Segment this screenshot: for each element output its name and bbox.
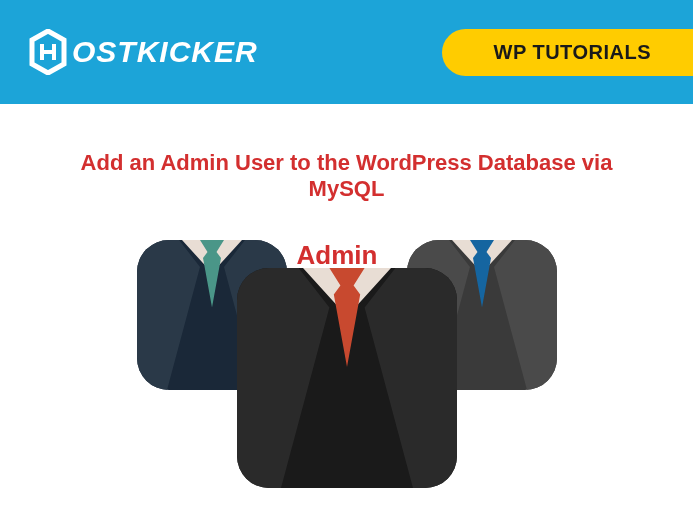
- person-center-icon: [237, 268, 457, 488]
- tutorials-badge: WP TUTORIALS: [442, 29, 693, 76]
- admin-label: Admin: [297, 240, 378, 271]
- logo-text: OSTKICKER: [72, 35, 258, 69]
- logo: OSTKICKER: [28, 29, 258, 75]
- content: Add an Admin User to the WordPress Datab…: [0, 104, 693, 510]
- header: OSTKICKER WP TUTORIALS: [0, 0, 693, 104]
- logo-hexagon-icon: [28, 29, 68, 75]
- page-title: Add an Admin User to the WordPress Datab…: [40, 150, 653, 202]
- figures-illustration: Admin: [137, 240, 557, 510]
